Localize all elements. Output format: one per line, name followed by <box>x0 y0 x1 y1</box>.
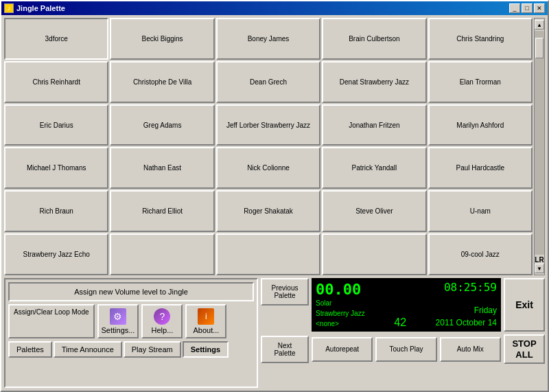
jingle-button-7[interactable]: Dean Grech <box>216 61 320 103</box>
tab-settings[interactable]: Settings <box>183 341 229 358</box>
minimize-button[interactable]: _ <box>509 3 520 13</box>
autorepeat-button[interactable]: Autorepeat <box>312 337 373 362</box>
left-controls: Assign new Volume level to Jingle Assign… <box>4 278 258 388</box>
assign-clear-button[interactable]: Assign/Clear Loop Mode <box>8 304 95 338</box>
title-buttons: _ □ ✕ <box>509 3 545 13</box>
jingle-button-29[interactable]: 09-cool Jazz <box>428 233 533 275</box>
jingle-button-27 <box>216 233 320 275</box>
scroll-track <box>535 31 544 255</box>
touch-play-button[interactable]: Touch Play <box>375 337 436 362</box>
display-info: Solar Strawberry Jazz <none> <box>316 298 365 329</box>
jingle-button-11[interactable]: Greg Adams <box>110 104 214 146</box>
jingle-button-18[interactable]: Patrick Yandall <box>322 147 426 189</box>
help-button[interactable]: ? Help... <box>141 304 183 338</box>
display-row: Previous Palette 00.00 08:25:59 Solar St… <box>261 278 545 332</box>
display-clock: 08:25:59 <box>444 281 497 294</box>
display-number: 42 <box>394 316 406 329</box>
window-icon: ♪ <box>4 3 14 13</box>
display-track: Solar <box>316 298 365 308</box>
auto-mix-button[interactable]: Auto Mix <box>440 337 501 362</box>
tab-time-announce[interactable]: Time Announce <box>54 341 122 358</box>
display-top: 00.00 08:25:59 <box>316 281 497 298</box>
previous-palette-button[interactable]: Previous Palette <box>261 278 309 305</box>
scrollbar: ▲ L R ▼ <box>534 18 545 275</box>
tab-palettes[interactable]: Palettes <box>8 341 52 358</box>
jingle-button-14[interactable]: Marilyn Ashford <box>428 104 533 146</box>
jingle-button-0[interactable]: 3dforce <box>4 18 108 60</box>
scroll-thumb[interactable] <box>535 38 544 58</box>
maximize-button[interactable]: □ <box>522 3 533 13</box>
jingle-button-15[interactable]: Michael J Thomans <box>4 147 108 189</box>
display-day: Friday <box>436 304 497 316</box>
jingle-button-20[interactable]: Rich Braun <box>4 190 108 232</box>
palette-nav: Previous Palette <box>261 278 309 332</box>
right-controls: Previous Palette 00.00 08:25:59 Solar St… <box>261 278 545 388</box>
close-button[interactable]: ✕ <box>534 3 545 13</box>
display-time: 00.00 <box>316 281 361 298</box>
main-window: ♪ Jingle Palette _ □ ✕ 3dforceBecki Bigg… <box>0 0 549 392</box>
volume-button[interactable]: Assign new Volume level to Jingle <box>8 282 254 301</box>
jingle-button-24[interactable]: U-nam <box>428 190 533 232</box>
display-screen: 00.00 08:25:59 Solar Strawberry Jazz <no… <box>312 278 501 332</box>
jingle-button-22[interactable]: Roger Shakatak <box>216 190 320 232</box>
display-full-date: 2011 October 14 <box>436 316 497 329</box>
jingle-button-21[interactable]: Richard Elliot <box>110 190 214 232</box>
title-bar-left: ♪ Jingle Palette <box>4 3 65 13</box>
next-palette-button[interactable]: Next Palette <box>261 336 309 363</box>
display-num: 42 <box>394 316 406 328</box>
jingle-button-25[interactable]: Strawberry Jazz Echo <box>4 233 108 275</box>
jingle-button-4[interactable]: Chris Standring <box>428 18 533 60</box>
jingle-button-26 <box>110 233 214 275</box>
bottom-buttons-row: Assign/Clear Loop Mode ⚙ Settings... ? H… <box>8 304 254 338</box>
jingle-button-13[interactable]: Jonathan Fritzen <box>322 104 426 146</box>
jingle-button-23[interactable]: Steve Oliver <box>322 190 426 232</box>
jingle-button-8[interactable]: Denat Strawberry Jazz <box>322 61 426 103</box>
tab-play-stream[interactable]: Play Stream <box>124 341 181 358</box>
settings-icon: ⚙ <box>110 308 126 325</box>
jingle-button-6[interactable]: Christophe De Villa <box>110 61 214 103</box>
r-label: R <box>539 256 544 264</box>
action-row: Next Palette Autorepeat Touch Play Auto … <box>261 334 545 364</box>
settings-label: Settings... <box>102 326 135 334</box>
stop-all-button[interactable]: STOP ALL <box>504 334 545 364</box>
scroll-down-arrow[interactable]: ▼ <box>535 264 544 273</box>
about-icon: i <box>198 308 214 325</box>
jingle-button-5[interactable]: Chris Reinhardt <box>4 61 108 103</box>
exit-button[interactable]: Exit <box>504 278 545 332</box>
jingle-button-28 <box>322 233 426 275</box>
about-label: About... <box>193 326 219 334</box>
grid-area: 3dforceBecki BigginsBoney JamesBrain Cul… <box>4 18 545 275</box>
jingle-button-1[interactable]: Becki Biggins <box>110 18 214 60</box>
jingle-button-9[interactable]: Elan Trorman <box>428 61 533 103</box>
settings-button[interactable]: ⚙ Settings... <box>97 304 139 338</box>
lr-labels: L R <box>534 256 544 264</box>
bottom-panel: Assign new Volume level to Jingle Assign… <box>4 278 545 388</box>
jingle-button-3[interactable]: Brain Culbertson <box>322 18 426 60</box>
display-bottom: Solar Strawberry Jazz <none> 42 Friday 2… <box>316 298 497 329</box>
jingle-grid: 3dforceBecki BigginsBoney JamesBrain Cul… <box>4 18 533 275</box>
display-date: Friday 2011 October 14 <box>436 304 497 329</box>
jingle-button-10[interactable]: Eric Darius <box>4 104 108 146</box>
content-area: 3dforceBecki BigginsBoney JamesBrain Cul… <box>1 15 548 391</box>
scroll-up-arrow[interactable]: ▲ <box>535 20 544 30</box>
jingle-button-2[interactable]: Boney James <box>216 18 320 60</box>
jingle-button-12[interactable]: Jeff Lorber Strawberry Jazz <box>216 104 320 146</box>
display-artist: Strawberry Jazz <box>316 308 365 319</box>
jingle-button-19[interactable]: Paul Hardcastle <box>428 147 533 189</box>
bottom-tabs: PalettesTime AnnouncePlay StreamSettings <box>8 341 254 358</box>
jingle-button-16[interactable]: Nathan East <box>110 147 214 189</box>
title-bar: ♪ Jingle Palette _ □ ✕ <box>1 1 548 15</box>
display-sub: <none> <box>316 319 365 329</box>
window-title: Jingle Palette <box>16 4 65 12</box>
help-icon: ? <box>154 308 170 325</box>
about-button[interactable]: i About... <box>185 304 226 338</box>
jingle-button-17[interactable]: Nick Colionne <box>216 147 320 189</box>
help-label: Help... <box>152 326 174 334</box>
